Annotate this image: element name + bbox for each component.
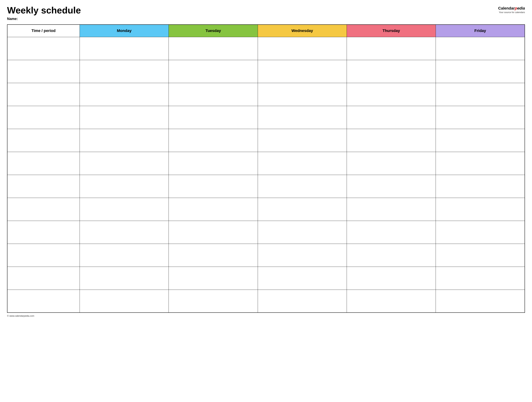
schedule-cell[interactable] xyxy=(347,83,436,106)
schedule-cell[interactable] xyxy=(80,152,169,175)
time-cell[interactable] xyxy=(7,267,80,290)
schedule-cell[interactable] xyxy=(436,83,525,106)
header-time: Time / period xyxy=(7,25,80,37)
logo-area: Calendarpedia Your source for calendars xyxy=(498,6,525,14)
page-header: Weekly schedule Name: Calendarpedia Your… xyxy=(7,5,525,21)
schedule-cell[interactable] xyxy=(436,60,525,83)
schedule-cell[interactable] xyxy=(436,37,525,60)
schedule-cell[interactable] xyxy=(169,175,258,198)
schedule-cell[interactable] xyxy=(436,198,525,221)
schedule-cell[interactable] xyxy=(436,106,525,129)
schedule-cell[interactable] xyxy=(347,267,436,290)
schedule-cell[interactable] xyxy=(436,290,525,313)
schedule-cell[interactable] xyxy=(169,221,258,244)
header-thursday: Thursday xyxy=(347,25,436,37)
table-row xyxy=(7,221,525,244)
schedule-cell[interactable] xyxy=(347,106,436,129)
schedule-cell[interactable] xyxy=(436,267,525,290)
schedule-cell[interactable] xyxy=(436,175,525,198)
table-row xyxy=(7,175,525,198)
schedule-cell[interactable] xyxy=(347,175,436,198)
header-wednesday: Wednesday xyxy=(258,25,347,37)
schedule-cell[interactable] xyxy=(169,244,258,267)
time-cell[interactable] xyxy=(7,106,80,129)
time-cell[interactable] xyxy=(7,152,80,175)
header-monday: Monday xyxy=(80,25,169,37)
schedule-cell[interactable] xyxy=(169,129,258,152)
table-row xyxy=(7,106,525,129)
time-cell[interactable] xyxy=(7,129,80,152)
schedule-cell[interactable] xyxy=(258,198,347,221)
schedule-cell[interactable] xyxy=(347,152,436,175)
table-row xyxy=(7,60,525,83)
schedule-body xyxy=(7,37,525,313)
page-title: Weekly schedule xyxy=(7,5,81,15)
header-tuesday: Tuesday xyxy=(169,25,258,37)
schedule-cell[interactable] xyxy=(258,152,347,175)
schedule-cell[interactable] xyxy=(436,221,525,244)
schedule-cell[interactable] xyxy=(169,267,258,290)
weekly-schedule-table: Time / period Monday Tuesday Wednesday T… xyxy=(7,24,525,313)
title-section: Weekly schedule Name: xyxy=(7,5,81,21)
schedule-cell[interactable] xyxy=(258,37,347,60)
schedule-cell[interactable] xyxy=(80,83,169,106)
time-cell[interactable] xyxy=(7,83,80,106)
schedule-cell[interactable] xyxy=(258,83,347,106)
schedule-cell[interactable] xyxy=(80,244,169,267)
table-row xyxy=(7,83,525,106)
schedule-cell[interactable] xyxy=(169,106,258,129)
schedule-cell[interactable] xyxy=(169,83,258,106)
time-cell[interactable] xyxy=(7,244,80,267)
schedule-cell[interactable] xyxy=(347,129,436,152)
table-header-row: Time / period Monday Tuesday Wednesday T… xyxy=(7,25,525,37)
schedule-cell[interactable] xyxy=(258,175,347,198)
schedule-cell[interactable] xyxy=(80,106,169,129)
schedule-cell[interactable] xyxy=(80,60,169,83)
copyright-text: © www.calendarpedia.com xyxy=(7,315,34,317)
time-cell[interactable] xyxy=(7,221,80,244)
logo-tagline: Your source for calendars xyxy=(499,11,525,14)
schedule-cell[interactable] xyxy=(258,129,347,152)
schedule-cell[interactable] xyxy=(436,129,525,152)
logo-text: Calendarpedia xyxy=(498,6,525,11)
time-cell[interactable] xyxy=(7,37,80,60)
table-row xyxy=(7,152,525,175)
time-cell[interactable] xyxy=(7,175,80,198)
time-cell[interactable] xyxy=(7,198,80,221)
name-label: Name: xyxy=(7,17,81,21)
time-cell[interactable] xyxy=(7,60,80,83)
schedule-cell[interactable] xyxy=(169,37,258,60)
header-friday: Friday xyxy=(436,25,525,37)
table-row xyxy=(7,244,525,267)
schedule-cell[interactable] xyxy=(80,129,169,152)
schedule-cell[interactable] xyxy=(347,244,436,267)
schedule-cell[interactable] xyxy=(258,290,347,313)
table-row xyxy=(7,267,525,290)
schedule-cell[interactable] xyxy=(258,267,347,290)
table-row xyxy=(7,37,525,60)
time-cell[interactable] xyxy=(7,290,80,313)
schedule-cell[interactable] xyxy=(258,221,347,244)
schedule-cell[interactable] xyxy=(436,152,525,175)
schedule-cell[interactable] xyxy=(347,198,436,221)
schedule-cell[interactable] xyxy=(80,175,169,198)
schedule-cell[interactable] xyxy=(80,37,169,60)
schedule-cell[interactable] xyxy=(80,198,169,221)
footer: © www.calendarpedia.com xyxy=(7,315,525,317)
schedule-cell[interactable] xyxy=(169,290,258,313)
schedule-cell[interactable] xyxy=(436,244,525,267)
schedule-cell[interactable] xyxy=(258,60,347,83)
schedule-cell[interactable] xyxy=(347,60,436,83)
schedule-cell[interactable] xyxy=(258,106,347,129)
schedule-cell[interactable] xyxy=(347,37,436,60)
schedule-cell[interactable] xyxy=(258,244,347,267)
schedule-cell[interactable] xyxy=(80,221,169,244)
table-row xyxy=(7,198,525,221)
schedule-cell[interactable] xyxy=(169,60,258,83)
schedule-cell[interactable] xyxy=(80,267,169,290)
schedule-cell[interactable] xyxy=(347,221,436,244)
schedule-cell[interactable] xyxy=(80,290,169,313)
schedule-cell[interactable] xyxy=(169,152,258,175)
schedule-cell[interactable] xyxy=(347,290,436,313)
schedule-cell[interactable] xyxy=(169,198,258,221)
